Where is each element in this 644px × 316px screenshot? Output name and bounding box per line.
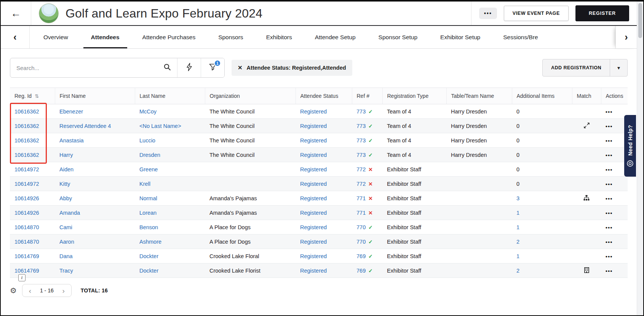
first-name-link[interactable]: Harry (59, 152, 73, 158)
column-header-first-name[interactable]: First Name (55, 88, 135, 104)
row-actions-button[interactable]: ••• (606, 210, 613, 216)
search-input[interactable] (16, 65, 160, 71)
first-name-link[interactable]: Amanda (59, 210, 80, 216)
previous-page-button[interactable]: ‹ (24, 287, 36, 294)
column-header-table-team-name[interactable]: Table/Team Name (446, 88, 512, 104)
first-name-link[interactable]: Aiden (59, 166, 74, 172)
reg-id-link[interactable]: 10616362 (14, 152, 39, 158)
reg-id-link[interactable]: 10616362 (14, 123, 39, 129)
ref-link[interactable]: 773 (356, 152, 366, 158)
reg-id-link[interactable]: 10614870 (14, 239, 39, 245)
row-actions-button[interactable]: ••• (606, 109, 613, 115)
row-actions-button[interactable]: ••• (606, 196, 613, 201)
ref-link[interactable]: 770 (356, 224, 366, 230)
reg-id-link[interactable]: 10616362 (14, 137, 39, 144)
reg-id-link[interactable]: 10614870 (14, 224, 39, 230)
column-header-reg-id[interactable]: Reg. Id⇅ (10, 88, 55, 104)
tabs-scroll-right-button[interactable]: › (615, 26, 637, 48)
last-name-link[interactable]: <No Last Name> (139, 123, 181, 129)
column-header-additional-items[interactable]: Additional Items (512, 88, 572, 104)
ref-link[interactable]: 773 (356, 123, 366, 129)
last-name-link[interactable]: Ashmore (139, 239, 161, 245)
tab-attendee-setup[interactable]: Attendee Setup (304, 26, 367, 48)
scrollbar-thumb[interactable] (638, 3, 642, 38)
last-name-link[interactable]: Luccio (139, 137, 155, 144)
column-header-registration-type[interactable]: Registration Type (382, 88, 446, 104)
last-name-link[interactable]: Krell (139, 181, 150, 187)
add-registration-dropdown-button[interactable]: ▾ (610, 59, 627, 76)
tab-exhibitor-setup[interactable]: Exhibitor Setup (429, 26, 492, 48)
last-name-link[interactable]: Greene (139, 166, 158, 172)
additional-items-link[interactable]: 2 (516, 239, 519, 245)
reg-id-link[interactable]: 10614972 (14, 166, 39, 172)
first-name-link[interactable]: Aaron (59, 239, 74, 245)
additional-items-link[interactable]: 2 (516, 268, 519, 274)
first-name-link[interactable]: Tracy (59, 268, 73, 274)
tab-sponsor-setup[interactable]: Sponsor Setup (367, 26, 429, 48)
ref-link[interactable]: 770 (356, 239, 366, 245)
additional-items-link[interactable]: 1 (516, 210, 519, 216)
tab-exhibitors[interactable]: Exhibitors (255, 26, 304, 48)
row-actions-button[interactable]: ••• (606, 239, 613, 245)
reg-id-link[interactable]: 10616362 (14, 109, 39, 115)
tab-overview[interactable]: Overview (32, 26, 80, 48)
column-header-organization[interactable]: Organization (205, 88, 296, 104)
row-actions-button[interactable]: ••• (606, 167, 613, 172)
first-name-link[interactable]: Anastasia (59, 137, 84, 144)
info-icon[interactable]: i (18, 274, 26, 281)
back-button[interactable]: ← (1, 2, 31, 25)
row-actions-button[interactable]: ••• (606, 152, 613, 158)
row-actions-button[interactable]: ••• (606, 181, 613, 187)
ref-link[interactable]: 771 (356, 210, 366, 216)
additional-items-link[interactable]: 3 (516, 195, 519, 201)
tabs-scroll-left-button[interactable]: ‹ (1, 26, 30, 48)
reg-id-link[interactable]: 10614769 (14, 268, 39, 274)
last-name-link[interactable]: Lorean (139, 210, 157, 216)
column-header-last-name[interactable]: Last Name (135, 88, 205, 104)
register-button[interactable]: REGISTER (575, 5, 629, 21)
remove-filter-icon[interactable]: ✕ (238, 64, 243, 71)
search-icon[interactable] (163, 63, 171, 72)
view-event-page-button[interactable]: VIEW EVENT PAGE (504, 6, 569, 21)
row-actions-button[interactable]: ••• (606, 123, 613, 129)
row-actions-button[interactable]: ••• (606, 138, 613, 144)
settings-gear-icon[interactable]: ⚙ (10, 287, 17, 294)
ref-link[interactable]: 769 (356, 268, 366, 274)
add-registration-button[interactable]: ADD REGISTRATION (543, 59, 610, 76)
additional-items-link[interactable]: 1 (516, 253, 519, 259)
quick-actions-button[interactable] (177, 58, 201, 77)
last-name-link[interactable]: Normal (139, 195, 157, 201)
first-name-link[interactable]: Abby (59, 195, 72, 201)
row-actions-button[interactable]: ••• (606, 225, 613, 230)
last-name-link[interactable]: Dockter (139, 268, 158, 274)
filter-button[interactable]: 1 (201, 58, 224, 77)
tab-sessions-bre[interactable]: Sessions/Bre (492, 26, 549, 48)
last-name-link[interactable]: Benson (139, 224, 158, 230)
sort-icon[interactable]: ⇅ (35, 93, 39, 99)
column-header-attendee-status[interactable]: Attendee Status (296, 88, 352, 104)
first-name-link[interactable]: Dana (59, 253, 73, 259)
first-name-link[interactable]: Reserved Attendee 4 (59, 123, 111, 129)
first-name-link[interactable]: Cami (59, 224, 72, 230)
tab-attendee-purchases[interactable]: Attendee Purchases (131, 26, 207, 48)
more-options-button[interactable]: ••• (479, 8, 497, 19)
last-name-link[interactable]: Dresden (139, 152, 160, 158)
need-help-tab[interactable]: Need Help? (624, 115, 636, 177)
reg-id-link[interactable]: 10614972 (14, 181, 39, 187)
first-name-link[interactable]: Kitty (59, 181, 70, 187)
ref-link[interactable]: 771 (356, 195, 366, 201)
row-actions-button[interactable]: ••• (606, 268, 613, 274)
column-header-match[interactable]: Match (572, 88, 601, 104)
tab-sponsors[interactable]: Sponsors (207, 26, 254, 48)
additional-items-link[interactable]: 1 (516, 224, 519, 230)
row-actions-button[interactable]: ••• (606, 254, 613, 259)
ref-link[interactable]: 772 (356, 166, 366, 172)
reg-id-link[interactable]: 10614769 (14, 253, 39, 259)
column-header-actions[interactable]: Actions (601, 88, 628, 104)
first-name-link[interactable]: Ebenezer (59, 109, 83, 115)
column-header-ref[interactable]: Ref # (352, 88, 382, 104)
vertical-scrollbar[interactable] (637, 2, 643, 315)
ref-link[interactable]: 769 (356, 253, 366, 259)
ref-link[interactable]: 773 (356, 137, 366, 144)
last-name-link[interactable]: Dockter (139, 253, 158, 259)
